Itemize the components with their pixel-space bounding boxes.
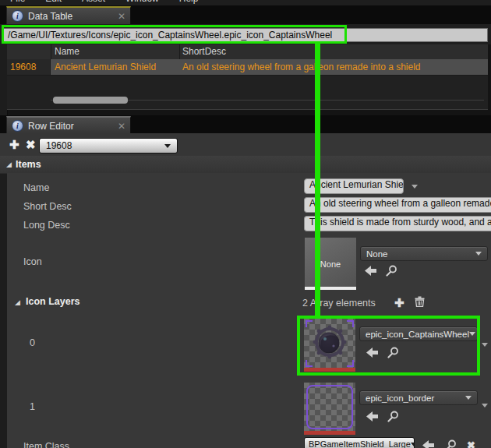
thumbnail-stripe bbox=[304, 368, 355, 372]
tab-row-editor-label: Row Editor bbox=[28, 121, 74, 132]
shortdesc-field-label: Short Desc bbox=[23, 201, 72, 212]
info-tab-icon: i bbox=[12, 120, 23, 132]
browse-magnifier-icon[interactable] bbox=[386, 265, 397, 277]
highlight-connector-line bbox=[315, 43, 320, 317]
icon-thumbnail-text: None bbox=[320, 259, 341, 269]
close-icon[interactable]: ✕ bbox=[118, 122, 125, 131]
menu-bar: File Edit Asset Window Help bbox=[0, 0, 491, 5]
item-class-dropdown[interactable]: BPGameItemShield_Large bbox=[304, 437, 415, 448]
row-editor-properties: Name Ancient Lemurian Shield Short Desc … bbox=[7, 173, 491, 448]
thumbnail-corner bbox=[306, 360, 313, 367]
layer0-asset-value: epic_icon_CaptainsWheel bbox=[366, 330, 469, 339]
browse-magnifier-icon[interactable] bbox=[445, 439, 457, 448]
info-tab-icon: i bbox=[12, 10, 23, 22]
captains-wheel-thumbnail[interactable] bbox=[304, 319, 355, 372]
menu-asset[interactable]: Asset bbox=[82, 0, 105, 4]
column-header-name[interactable]: Name bbox=[55, 46, 79, 57]
thumbnail-corner bbox=[347, 360, 354, 367]
border-thumbnail[interactable] bbox=[304, 383, 355, 435]
chevron-down-icon bbox=[475, 252, 482, 256]
longdesc-field-value: This shield is made from sturdy wood, an… bbox=[309, 217, 491, 228]
element-options-arrow-icon[interactable] bbox=[482, 404, 488, 407]
menu-help[interactable]: Help bbox=[179, 0, 199, 4]
icon-layers-label: Icon Layers bbox=[26, 296, 79, 307]
chevron-down-icon bbox=[164, 144, 171, 148]
data-table-tab-bar: i Data Table ✕ bbox=[0, 5, 491, 24]
row-select-value: 19608 bbox=[46, 140, 72, 151]
array-elements-count: 2 Array elements bbox=[302, 298, 376, 309]
clear-value-icon[interactable]: ✖ bbox=[467, 440, 475, 448]
menu-window[interactable]: Window bbox=[125, 0, 159, 4]
icon-asset-dropdown[interactable]: None bbox=[360, 246, 488, 261]
array-index-0: 0 bbox=[30, 337, 35, 348]
layer1-asset-dropdown[interactable]: epic_icon_border bbox=[359, 390, 478, 405]
array-index-1: 1 bbox=[30, 401, 35, 412]
layer0-asset-dropdown[interactable]: epic_icon_CaptainsWheel bbox=[359, 326, 478, 341]
thumbnail-corner bbox=[347, 320, 354, 327]
use-selected-asset-arrow-icon[interactable] bbox=[365, 266, 377, 276]
asset-path-input[interactable] bbox=[3, 28, 488, 42]
items-category-label: Items bbox=[16, 159, 41, 170]
add-row-button[interactable]: ✚ bbox=[9, 139, 19, 150]
table-header-row: Name ShortDesc bbox=[7, 44, 488, 60]
name-dropdown-arrow-icon[interactable] bbox=[412, 185, 418, 189]
captains-wheel-image bbox=[312, 325, 348, 361]
item-class-value: BPGameItemShield_Large bbox=[309, 439, 411, 448]
chevron-down-icon bbox=[469, 332, 475, 336]
thumbnail-stripe bbox=[305, 287, 356, 290]
icon-field-label: Icon bbox=[23, 256, 42, 267]
close-icon[interactable]: ✕ bbox=[118, 12, 125, 21]
browse-magnifier-icon[interactable] bbox=[387, 411, 399, 422]
add-array-element-button[interactable]: ✚ bbox=[394, 297, 404, 309]
use-selected-asset-arrow-icon[interactable] bbox=[366, 411, 379, 422]
row-editor-toolbar: ✚ ✖ 19608 bbox=[0, 133, 491, 157]
column-header-shortdesc[interactable]: ShortDesc bbox=[182, 46, 226, 57]
expand-triangle-icon[interactable]: ◢ bbox=[6, 161, 12, 168]
longdesc-field-label: Long Desc bbox=[23, 220, 70, 231]
horizontal-scrollbar-thumb[interactable] bbox=[53, 97, 128, 104]
menu-file[interactable]: File bbox=[10, 0, 25, 4]
browse-magnifier-icon[interactable] bbox=[387, 347, 399, 358]
table-row[interactable]: 19608 Ancient Lemurian Shield An old ste… bbox=[7, 59, 488, 76]
tab-data-table-label: Data Table bbox=[28, 11, 72, 22]
element-options-arrow-icon[interactable] bbox=[482, 343, 488, 347]
tab-data-table[interactable]: i Data Table ✕ bbox=[6, 6, 131, 24]
use-selected-asset-arrow-icon[interactable] bbox=[422, 440, 435, 448]
row-editor-tab-bar: i Row Editor ✕ bbox=[0, 115, 491, 134]
row-id-cell[interactable]: 19608 bbox=[7, 59, 51, 75]
chevron-down-icon bbox=[411, 443, 415, 446]
asset-path-row bbox=[0, 24, 491, 44]
expand-triangle-icon[interactable]: ◢ bbox=[15, 298, 20, 306]
tab-row-editor[interactable]: i Row Editor ✕ bbox=[6, 116, 131, 134]
row-name-cell[interactable]: Ancient Lemurian Shield bbox=[55, 62, 156, 72]
icon-thumbnail[interactable]: None bbox=[305, 238, 356, 290]
longdesc-field-input[interactable]: This shield is made from sturdy wood, an… bbox=[304, 216, 491, 231]
row-select-dropdown[interactable]: 19608 bbox=[39, 138, 178, 153]
data-table-grid: Name ShortDesc 19608 Ancient Lemurian Sh… bbox=[7, 44, 488, 110]
row-shortdesc-cell[interactable]: An old steering wheel from a galleon rem… bbox=[182, 62, 421, 72]
trash-icon[interactable] bbox=[415, 296, 425, 307]
icon-asset-value: None bbox=[366, 249, 388, 259]
shortdesc-field-value: An old steering wheel from a galleon rem… bbox=[309, 198, 491, 209]
items-category-header[interactable]: ◢ Items bbox=[0, 156, 491, 174]
layer1-asset-value: epic_icon_border bbox=[366, 393, 434, 403]
chevron-down-icon bbox=[465, 396, 472, 400]
border-frame-image bbox=[306, 385, 353, 429]
unreal-data-table-editor-window: File Edit Asset Window Help i Data Table… bbox=[0, 0, 491, 448]
name-field-label: Name bbox=[23, 182, 49, 193]
menu-edit[interactable]: Edit bbox=[45, 0, 62, 4]
delete-row-button[interactable]: ✖ bbox=[26, 139, 36, 150]
item-class-field-label: Item Class bbox=[23, 441, 69, 448]
thumbnail-stripe bbox=[304, 431, 355, 435]
use-selected-asset-arrow-icon[interactable] bbox=[366, 347, 379, 358]
name-field-value: Ancient Lemurian Shield bbox=[309, 179, 404, 190]
shortdesc-field-input[interactable]: An old steering wheel from a galleon rem… bbox=[304, 197, 491, 213]
